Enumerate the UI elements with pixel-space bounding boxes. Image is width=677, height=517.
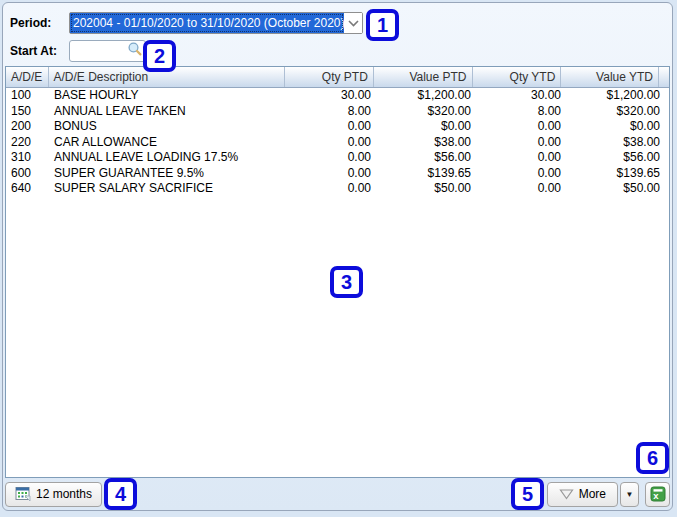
col-header-value-ptd[interactable]: Value PTD (374, 67, 473, 87)
period-selected-value: 202004 - 01/10/2020 to 31/10/2020 (Octob… (70, 13, 344, 33)
cell-value-ytd: $0.00 (569, 119, 668, 135)
excel-icon: x (650, 486, 666, 502)
cell-qty-ptd: 0.00 (289, 181, 379, 197)
more-label: More (579, 487, 606, 501)
cell-qty-ytd: 0.00 (479, 150, 569, 166)
cell-description: ANNUAL LEAVE TAKEN (49, 104, 289, 120)
cell-value-ptd: $320.00 (379, 104, 479, 120)
cell-ade: 200 (6, 119, 49, 135)
col-header-ade[interactable]: A/D/E (6, 67, 49, 87)
cell-qty-ytd: 0.00 (479, 166, 569, 182)
triangle-down-icon (559, 489, 574, 500)
cell-qty-ptd: 0.00 (289, 166, 379, 182)
cell-qty-ptd: 30.00 (289, 88, 379, 104)
annotation-2: 2 (143, 40, 176, 72)
svg-text:x: x (653, 490, 659, 501)
more-dropdown-button[interactable]: ▼ (620, 482, 639, 507)
cell-ade: 640 (6, 181, 49, 197)
period-select[interactable]: 202004 - 01/10/2020 to 31/10/2020 (Octob… (69, 12, 363, 34)
cell-qty-ptd: 8.00 (289, 104, 379, 120)
col-header-value-ytd[interactable]: Value YTD (561, 67, 659, 87)
cell-description: SUPER GUARANTEE 9.5% (49, 166, 289, 182)
cell-value-ptd: $56.00 (379, 150, 479, 166)
cell-ade: 150 (6, 104, 49, 120)
cell-qty-ytd: 0.00 (479, 135, 569, 151)
cell-description: SUPER SALARY SACRIFICE (49, 181, 289, 197)
caret-down-icon: ▼ (626, 490, 634, 499)
calendar-icon (15, 486, 31, 502)
cell-value-ytd: $1,200.00 (569, 88, 668, 104)
pay-enquiry-panel: Period: 202004 - 01/10/2020 to 31/10/202… (2, 2, 673, 511)
cell-value-ytd: $50.00 (569, 181, 668, 197)
col-header-qty-ytd[interactable]: Qty YTD (473, 67, 562, 87)
cell-ade: 100 (6, 88, 49, 104)
table-row[interactable]: 310 ANNUAL LEAVE LOADING 17.5% 0.00 $56.… (6, 150, 669, 166)
col-header-filler (659, 67, 669, 87)
cell-value-ptd: $139.65 (379, 166, 479, 182)
cell-qty-ytd: 0.00 (479, 181, 569, 197)
chevron-down-icon (344, 13, 362, 33)
period-label: Period: (10, 16, 51, 30)
start-at-input[interactable] (70, 44, 127, 58)
search-icon[interactable] (127, 41, 143, 61)
cell-qty-ytd: 8.00 (479, 104, 569, 120)
cell-value-ptd: $0.00 (379, 119, 479, 135)
cell-description: CAR ALLOWANCE (49, 135, 289, 151)
col-header-qty-ptd[interactable]: Qty PTD (285, 67, 374, 87)
cell-ade: 220 (6, 135, 49, 151)
cell-value-ptd: $50.00 (379, 181, 479, 197)
table-body: 100 BASE HOURLY 30.00 $1,200.00 30.00 $1… (6, 88, 669, 197)
table-row[interactable]: 150 ANNUAL LEAVE TAKEN 8.00 $320.00 8.00… (6, 104, 669, 120)
annotation-4: 4 (104, 478, 137, 510)
cell-description: ANNUAL LEAVE LOADING 17.5% (49, 150, 289, 166)
annotation-1: 1 (366, 9, 399, 41)
cell-description: BASE HOURLY (49, 88, 289, 104)
cell-value-ytd: $320.00 (569, 104, 668, 120)
twelve-months-label: 12 months (36, 487, 92, 501)
annotation-6: 6 (636, 442, 669, 474)
export-excel-button[interactable]: x (645, 482, 670, 507)
cell-qty-ytd: 30.00 (479, 88, 569, 104)
cell-value-ytd: $56.00 (569, 150, 668, 166)
cell-value-ptd: $1,200.00 (379, 88, 479, 104)
table-row[interactable]: 100 BASE HOURLY 30.00 $1,200.00 30.00 $1… (6, 88, 669, 104)
cell-qty-ptd: 0.00 (289, 150, 379, 166)
twelve-months-button[interactable]: 12 months (5, 482, 102, 507)
table-row[interactable]: 600 SUPER GUARANTEE 9.5% 0.00 $139.65 0.… (6, 166, 669, 182)
cell-value-ytd: $38.00 (569, 135, 668, 151)
table-header: A/D/E A/D/E Description Qty PTD Value PT… (6, 67, 669, 88)
cell-ade: 600 (6, 166, 49, 182)
annotation-5: 5 (511, 478, 544, 510)
cell-description: BONUS (49, 119, 289, 135)
table-row[interactable]: 200 BONUS 0.00 $0.00 0.00 $0.00 (6, 119, 669, 135)
cell-ade: 310 (6, 150, 49, 166)
cell-qty-ytd: 0.00 (479, 119, 569, 135)
cell-qty-ptd: 0.00 (289, 119, 379, 135)
table-row[interactable]: 220 CAR ALLOWANCE 0.00 $38.00 0.00 $38.0… (6, 135, 669, 151)
start-at-field (69, 40, 146, 62)
annotation-3: 3 (330, 266, 363, 298)
more-button[interactable]: More (547, 482, 618, 507)
cell-value-ptd: $38.00 (379, 135, 479, 151)
cell-qty-ptd: 0.00 (289, 135, 379, 151)
cell-value-ytd: $139.65 (569, 166, 668, 182)
table-row[interactable]: 640 SUPER SALARY SACRIFICE 0.00 $50.00 0… (6, 181, 669, 197)
start-at-label: Start At: (10, 44, 57, 58)
